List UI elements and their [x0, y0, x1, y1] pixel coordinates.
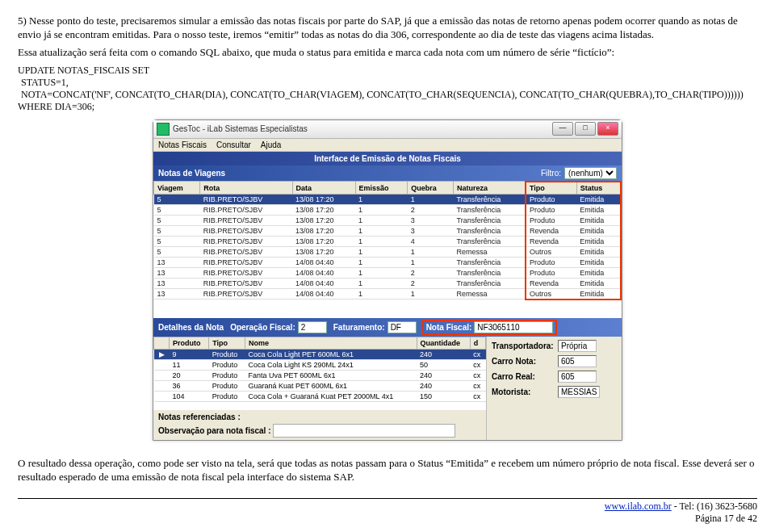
maximize-button[interactable]: □ — [575, 122, 596, 136]
menu-item[interactable]: Notas Fiscais — [158, 140, 207, 149]
sql-line: STATUS=1, — [18, 77, 757, 89]
transp-value: Própria — [558, 340, 597, 352]
notas-ref-label: Notas referenciadas : — [158, 413, 241, 421]
carro-nota-value: 605 — [558, 355, 597, 367]
summary-sidebar: Transportadora:Própria Carro Nota:605 Ca… — [486, 337, 622, 440]
menu-item[interactable]: Consultar — [216, 140, 251, 149]
table-row[interactable]: 20ProdutoFanta Uva PET 600ML 6x1240cx — [154, 370, 486, 380]
obs-label: Observação para nota fiscal : — [158, 426, 271, 435]
grid-whitespace — [153, 300, 622, 318]
col-header[interactable] — [154, 337, 170, 349]
minimize-button[interactable]: — — [552, 122, 573, 136]
paragraph-3: O resultado dessa operação, como pode se… — [18, 457, 757, 484]
motorista-label: Motorista: — [492, 387, 555, 396]
sql-line: UPDATE NOTAS_FISCAIS SET — [18, 65, 757, 77]
table-row[interactable]: 5RIB.PRETO/SJBV13/08 17:2014Transferênci… — [154, 236, 622, 246]
nota-fiscal-input[interactable] — [474, 321, 553, 333]
col-header[interactable]: Quebra — [408, 182, 454, 195]
col-header[interactable]: Natureza — [454, 182, 526, 195]
table-row[interactable]: 13RIB.PRETO/SJBV14/08 04:4012Transferênc… — [154, 267, 622, 278]
footer-page: Página 17 de 42 — [695, 513, 757, 524]
produtos-table: ProdutoTipoNomeQuantidaded ▶9ProdutoCoca… — [153, 337, 486, 402]
paragraph-1: 5) Nesse ponto do teste, precisaremos si… — [18, 15, 757, 41]
col-header[interactable]: Tipo — [526, 182, 576, 195]
app-icon — [157, 123, 170, 136]
paragraph-2: Essa atualização será feita com o comand… — [18, 46, 757, 60]
close-button[interactable]: × — [597, 122, 618, 136]
col-header[interactable]: Viagem — [154, 182, 200, 195]
table-row[interactable]: 5RIB.PRETO/SJBV13/08 17:2013Transferênci… — [154, 225, 622, 236]
app-window: GesToc - iLab Sistemas Especialistas — □… — [153, 119, 622, 441]
footer-tel: - Tel: (16) 3623-5680 — [672, 501, 757, 512]
footer-link[interactable]: www.ilab.com.br — [605, 501, 672, 512]
faturamento-label: Faturamento: — [333, 323, 385, 332]
detail-title: Detalhes da Nota — [158, 323, 224, 332]
carro-nota-label: Carro Nota: — [492, 357, 555, 366]
menu-item[interactable]: Ajuda — [261, 140, 282, 149]
col-header[interactable]: Data — [292, 182, 355, 195]
op-fiscal-label: Operação Fiscal: — [230, 323, 295, 332]
window-title: GesToc - iLab Sistemas Especialistas — [173, 124, 552, 133]
col-header[interactable]: Produto — [170, 337, 209, 349]
table-row[interactable]: 5RIB.PRETO/SJBV13/08 17:2013Transferênci… — [154, 215, 622, 225]
section-header-notas: Notas de Viagens Filtro: (nenhum) — [153, 165, 622, 181]
detail-panel: Detalhes da Nota Operação Fiscal: Fatura… — [153, 318, 622, 337]
page-footer: www.ilab.com.br - Tel: (16) 3623-5680 Pá… — [18, 498, 757, 525]
col-header[interactable]: Tipo — [209, 337, 245, 349]
table-row[interactable]: ▶9ProdutoCoca Cola Light PET 600ML 6x124… — [154, 349, 486, 359]
col-header[interactable]: Nome — [245, 337, 417, 349]
transp-label: Transportadora: — [492, 341, 555, 350]
table-row[interactable]: 5RIB.PRETO/SJBV13/08 17:2011RemessaOutro… — [154, 246, 622, 257]
col-header[interactable]: Status — [576, 182, 621, 195]
sql-block: UPDATE NOTAS_FISCAIS SET STATUS=1, NOTA=… — [18, 65, 757, 113]
op-fiscal-input[interactable] — [298, 321, 327, 333]
carro-real-label: Carro Real: — [492, 372, 555, 381]
motorista-value: MESSIAS — [558, 386, 600, 398]
section-title: Notas de Viagens — [158, 169, 225, 178]
table-row[interactable]: 13RIB.PRETO/SJBV14/08 04:4011RemessaOutr… — [154, 288, 622, 300]
faturamento-input[interactable] — [388, 321, 417, 333]
table-row[interactable]: 36ProdutoGuaraná Kuat PET 600ML 6x1240cx — [154, 380, 486, 391]
carro-real-value: 605 — [558, 371, 597, 383]
table-row[interactable]: 104ProdutoCoca Cola + Guaraná Kuat PET 2… — [154, 391, 486, 401]
obs-box: Notas referenciadas : Observação para no… — [153, 410, 486, 440]
filter-label: Filtro: — [541, 169, 561, 178]
sql-line: NOTA=CONCAT('NF', CONCAT(TO_CHAR(DIA), C… — [18, 89, 757, 101]
col-header[interactable]: Rota — [200, 182, 292, 195]
menubar: Notas Fiscais Consultar Ajuda — [153, 139, 622, 152]
col-header[interactable]: d — [470, 337, 485, 349]
col-header[interactable]: Emissão — [355, 182, 408, 195]
col-header[interactable]: Quantidade — [417, 337, 470, 349]
obs-input[interactable] — [273, 424, 455, 438]
nota-fiscal-label: Nota Fiscal: — [426, 323, 472, 332]
filter-select[interactable]: (nenhum) — [564, 167, 617, 179]
sql-line: WHERE DIA=306; — [18, 101, 757, 113]
table-row[interactable]: 13RIB.PRETO/SJBV14/08 04:4012Transferênc… — [154, 278, 622, 288]
table-row[interactable]: 5RIB.PRETO/SJBV13/08 17:2012Transferênci… — [154, 204, 622, 215]
table-row[interactable]: 5RIB.PRETO/SJBV13/08 17:2011Transferênci… — [154, 194, 622, 204]
window-heading: Interface de Emissão de Notas Fiscais — [153, 152, 622, 165]
table-row[interactable]: 13RIB.PRETO/SJBV14/08 04:4011Transferênc… — [154, 257, 622, 267]
titlebar: GesToc - iLab Sistemas Especialistas — □… — [153, 120, 622, 139]
table-row[interactable]: 11ProdutoCoca Cola Light KS 290ML 24x150… — [154, 359, 486, 370]
notas-table: ViagemRotaDataEmissãoQuebraNaturezaTipoS… — [153, 181, 622, 300]
